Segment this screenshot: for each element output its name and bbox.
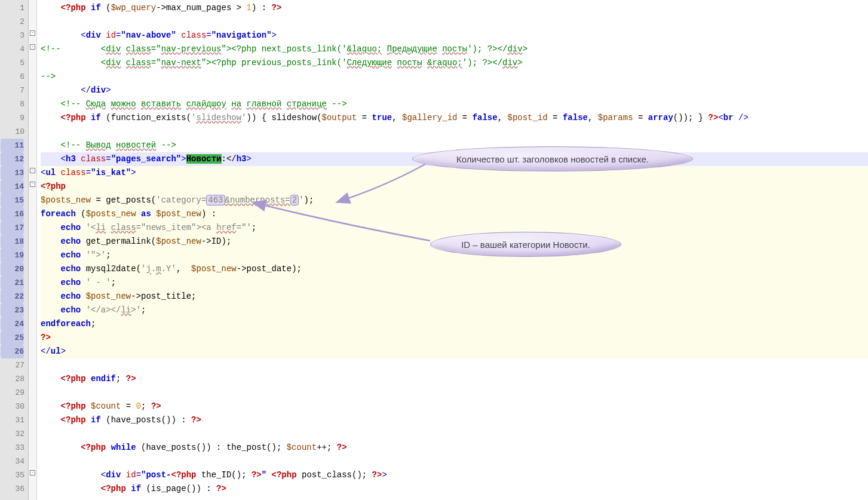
- line-number[interactable]: 34: [0, 455, 24, 468]
- code-line[interactable]: [41, 125, 868, 139]
- code-line[interactable]: <div id="nav-above" class="navigation">: [41, 29, 868, 42]
- line-number[interactable]: 31: [0, 413, 24, 427]
- code-line[interactable]: <div class="nav-next"><?php previous_pos…: [41, 56, 868, 70]
- code-line[interactable]: $posts_new = get_posts('category=463&num…: [41, 194, 868, 207]
- line-number[interactable]: 19: [1, 249, 24, 262]
- code-line[interactable]: ?>: [41, 331, 868, 345]
- callout-numberposts: Количество шт. заголовков новостей в спи…: [412, 146, 693, 171]
- selected-text: Новости: [186, 154, 222, 164]
- line-number[interactable]: 18: [1, 235, 24, 249]
- code-line[interactable]: echo '</a></li>';: [41, 303, 868, 317]
- line-number[interactable]: 12: [1, 152, 24, 166]
- line-number[interactable]: 20: [1, 262, 24, 276]
- line-number[interactable]: 8: [0, 97, 24, 111]
- line-number[interactable]: 35: [0, 468, 24, 482]
- code-line[interactable]: echo '<li class="news_item"><a href="';: [41, 221, 868, 235]
- line-number[interactable]: 29: [0, 386, 24, 400]
- code-line[interactable]: <?php if (have_posts()) : ?>: [41, 413, 868, 427]
- callout-category-id: ID – вашей категории Новости.: [430, 232, 621, 257]
- line-number[interactable]: 36: [0, 482, 24, 496]
- line-number[interactable]: 7: [0, 84, 24, 97]
- code-editor: 1234567891011121314151617181920212223242…: [0, 0, 868, 500]
- numberposts-highlight: 2: [290, 195, 299, 205]
- line-number[interactable]: 1: [0, 1, 24, 15]
- code-line[interactable]: </ul>: [41, 345, 868, 358]
- line-number[interactable]: 4: [0, 42, 24, 56]
- line-number[interactable]: 28: [0, 372, 24, 386]
- fold-toggle-icon[interactable]: -: [30, 470, 35, 476]
- fold-toggle-icon[interactable]: -: [30, 44, 35, 50]
- code-line[interactable]: <?php if (is_page()) : ?>: [41, 482, 868, 496]
- line-number[interactable]: 25: [1, 331, 24, 345]
- line-number[interactable]: 23: [1, 303, 24, 317]
- line-number[interactable]: 33: [0, 441, 24, 455]
- fold-toggle-icon[interactable]: -: [30, 168, 35, 173]
- line-number[interactable]: 26: [1, 345, 24, 358]
- line-number[interactable]: 15: [1, 194, 24, 207]
- code-line[interactable]: <!-- Сюда можно вставить слайдшоу на гла…: [41, 97, 868, 111]
- line-number[interactable]: 17: [1, 221, 24, 235]
- code-line[interactable]: echo $post_new->post_title;: [41, 290, 868, 303]
- code-line[interactable]: endforeach;: [41, 317, 868, 331]
- fold-column[interactable]: -----: [29, 0, 37, 500]
- code-line[interactable]: <?php if (function_exists('slideshow')) …: [41, 111, 868, 125]
- line-number[interactable]: 14: [1, 180, 24, 194]
- line-number[interactable]: 16: [1, 207, 24, 221]
- line-number[interactable]: 21: [1, 276, 24, 290]
- code-line[interactable]: <?php endif; ?>: [41, 372, 868, 386]
- line-number[interactable]: 3: [0, 29, 24, 42]
- line-number[interactable]: 13: [1, 166, 24, 180]
- code-line[interactable]: </div>: [41, 84, 868, 97]
- line-number[interactable]: 10: [0, 125, 24, 139]
- category-id-highlight: 463: [206, 195, 225, 205]
- line-number[interactable]: 2: [0, 15, 24, 29]
- code-line[interactable]: foreach ($posts_new as $post_new) :: [41, 207, 868, 221]
- code-line[interactable]: echo mysql2date('j.m.Y', $post_new->post…: [41, 262, 868, 276]
- code-line[interactable]: <!-- <div class="nav-previous"><?php nex…: [41, 42, 868, 56]
- line-number[interactable]: 32: [0, 427, 24, 441]
- line-number[interactable]: 9: [0, 111, 24, 125]
- line-number[interactable]: 5: [0, 56, 24, 70]
- code-line[interactable]: <div id="post-<?php the_ID(); ?>" <?php …: [41, 468, 868, 482]
- line-number-gutter[interactable]: 1234567891011121314151617181920212223242…: [0, 0, 29, 500]
- line-number[interactable]: 30: [0, 400, 24, 413]
- code-line[interactable]: [41, 386, 868, 400]
- line-number[interactable]: 6: [0, 70, 24, 84]
- line-number[interactable]: 24: [1, 317, 24, 331]
- code-line[interactable]: <?php $count = 0; ?>: [41, 400, 868, 413]
- line-number[interactable]: 22: [1, 290, 24, 303]
- code-line[interactable]: [41, 15, 868, 29]
- code-line[interactable]: <?php if ($wp_query->max_num_pages > 1) …: [41, 1, 868, 15]
- code-line[interactable]: <ul class="is_kat">: [41, 166, 868, 180]
- line-number[interactable]: 27: [0, 358, 24, 372]
- code-line[interactable]: <?php while (have_posts()) : the_post();…: [41, 441, 868, 455]
- line-number[interactable]: 11: [1, 139, 24, 152]
- code-line[interactable]: [41, 358, 868, 372]
- code-line[interactable]: [41, 455, 868, 468]
- code-line[interactable]: echo ' - ';: [41, 276, 868, 290]
- code-line[interactable]: <?php: [41, 180, 868, 194]
- fold-toggle-icon[interactable]: -: [30, 182, 35, 187]
- code-line[interactable]: -->: [41, 70, 868, 84]
- code-line[interactable]: [41, 427, 868, 441]
- fold-toggle-icon[interactable]: -: [30, 30, 35, 36]
